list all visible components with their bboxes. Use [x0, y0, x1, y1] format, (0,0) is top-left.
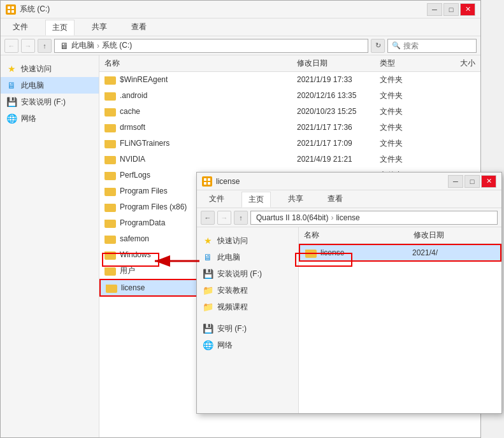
col-header-type[interactable]: 类型: [380, 58, 431, 69]
second-back-button[interactable]: ←: [201, 211, 215, 225]
second-tab-share[interactable]: 共享: [281, 191, 310, 207]
tab-file[interactable]: 文件: [6, 19, 35, 35]
second-sidebar-quickaccess[interactable]: ★ 快速访问: [197, 232, 298, 249]
star-icon: ★: [6, 63, 17, 74]
main-file-row-4[interactable]: FLiNGTrainers 2021/1/17 17:09 文件夹: [99, 136, 480, 152]
second-sidebar-thispc-label: 此电脑: [217, 252, 240, 263]
second-title-bar: license ─ □ ✕: [197, 173, 501, 190]
tab-share[interactable]: 共享: [85, 19, 114, 35]
monitor-icon: 🖥: [6, 80, 17, 91]
file-type-2: 文件夹: [380, 106, 431, 117]
second-sidebar-anzhuangjiaocheng-label: 安装教程: [217, 285, 248, 296]
second-address-path[interactable]: Quartus II 18.0(64bit) › license: [250, 211, 498, 225]
svg-rect-3: [11, 10, 14, 13]
second-window-controls: ─ □ ✕: [448, 175, 496, 188]
second-minimize-button[interactable]: ─: [448, 175, 463, 188]
main-title-bar: 系统 (C:) ─ □ ✕: [1, 1, 480, 18]
address-icon: 🖥: [60, 41, 69, 51]
window-controls: ─ □ ✕: [427, 3, 475, 16]
file-name-cell: .android: [104, 90, 297, 101]
second-up-button[interactable]: ↑: [234, 211, 248, 225]
second-sidebar-drive[interactable]: 💾 安装说明 (F:): [197, 265, 298, 282]
file-name-cell: drmsoft: [104, 122, 297, 133]
second-forward-button[interactable]: →: [217, 211, 231, 225]
folder-icon-7: [104, 185, 116, 197]
file-date-4: 2021/1/17 17:09: [297, 139, 380, 148]
folder-icon-9: [104, 217, 116, 229]
second-col-header-name[interactable]: 名称: [304, 230, 414, 241]
second-tab-file[interactable]: 文件: [202, 191, 231, 207]
sidebar-item-thispc[interactable]: 🖥 此电脑: [1, 77, 99, 94]
sidebar-item-drive-f[interactable]: 💾 安装说明 (F:): [1, 94, 99, 110]
minimize-button[interactable]: ─: [427, 3, 442, 16]
sidebar-drive-label: 安装说明 (F:): [21, 97, 66, 108]
folder-icon-11: [104, 249, 116, 260]
folder-icon-1: [104, 90, 116, 101]
folder-icon-3: [104, 122, 116, 133]
col-header-size[interactable]: 大小: [431, 58, 475, 69]
folder-icon-5: [104, 153, 116, 165]
svg-rect-2: [8, 10, 10, 13]
main-file-row-2[interactable]: cache 2020/10/23 15:25 文件夹: [99, 104, 480, 120]
file-type-5: 文件夹: [380, 154, 431, 165]
second-sidebar-anming[interactable]: 💾 安明 (F:): [197, 320, 298, 337]
second-sidebar-thispc[interactable]: 🖥 此电脑: [197, 249, 298, 265]
network-icon: 🌐: [6, 113, 17, 124]
file-name-9: ProgramData: [120, 218, 165, 227]
address-path[interactable]: 🖥 此电脑 › 系统 (C:): [54, 39, 368, 53]
second-tab-home[interactable]: 主页: [241, 192, 271, 208]
col-header-name[interactable]: 名称: [104, 58, 297, 69]
file-name-13: license: [121, 283, 145, 292]
close-button[interactable]: ✕: [460, 3, 475, 16]
col-header-date[interactable]: 修改日期: [297, 58, 380, 69]
file-name-1: .android: [120, 91, 147, 100]
second-file-list-header: 名称 修改日期: [299, 227, 501, 244]
file-name-cell: NVIDIA: [104, 153, 297, 165]
sidebar-separator: [197, 315, 298, 320]
path-computer: 此电脑: [71, 40, 94, 51]
red-arrow: [152, 253, 203, 269]
sidebar-item-network[interactable]: 🌐 网络: [1, 110, 99, 127]
forward-button[interactable]: →: [21, 39, 35, 53]
search-input[interactable]: [403, 41, 472, 50]
second-sidebar-network-label: 网络: [217, 340, 233, 351]
file-name-cell: cache: [104, 106, 297, 117]
search-box[interactable]: 🔍: [387, 39, 477, 53]
file-name-10: safemon: [120, 234, 149, 243]
maximize-button[interactable]: □: [443, 3, 459, 16]
second-sidebar-anzhuangjiaocheng[interactable]: 📁 安装教程: [197, 282, 298, 299]
back-button[interactable]: ←: [4, 39, 18, 53]
folder-icon-10: [104, 233, 116, 244]
file-name-2: cache: [120, 107, 140, 116]
file-name-5: NVIDIA: [120, 155, 145, 164]
main-file-row-3[interactable]: drmsoft 2021/1/17 17:36 文件夹: [99, 120, 480, 136]
tab-home[interactable]: 主页: [45, 20, 75, 36]
sidebar-quickaccess-label: 快速访问: [21, 64, 52, 74]
second-col-header-date[interactable]: 修改日期: [414, 230, 496, 241]
up-button[interactable]: ↑: [38, 39, 52, 53]
second-tab-view[interactable]: 查看: [320, 191, 350, 207]
second-file-row-license[interactable]: license 2021/4/: [299, 244, 501, 262]
second-sidebar: ★ 快速访问 🖥 此电脑 💾 安装说明 (F:) 📁 安装教程 📁 视频课程: [197, 227, 299, 413]
file-name-11: Windows: [120, 250, 151, 259]
file-date-5: 2021/4/19 21:21: [297, 155, 380, 164]
second-window-icon: [202, 176, 212, 187]
folder-icon-8: [104, 201, 116, 213]
second-license-name-cell: license: [305, 247, 412, 258]
main-file-row-0[interactable]: $WinREAgent 2021/1/19 17:33 文件夹: [99, 72, 480, 88]
file-type-0: 文件夹: [380, 74, 431, 85]
second-path-current: license: [336, 213, 359, 222]
file-date-0: 2021/1/19 17:33: [297, 75, 380, 84]
second-close-button[interactable]: ✕: [481, 175, 496, 188]
main-file-row-5[interactable]: NVIDIA 2021/4/19 21:21 文件夹: [99, 152, 480, 167]
second-star-icon: ★: [202, 235, 213, 246]
second-sidebar-shipinkecheng[interactable]: 📁 视频课程: [197, 299, 298, 315]
svg-rect-4: [204, 178, 206, 181]
second-sidebar-network[interactable]: 🌐 网络: [197, 337, 298, 353]
sidebar-item-quickaccess[interactable]: ★ 快速访问: [1, 60, 99, 77]
second-maximize-button[interactable]: □: [464, 175, 480, 188]
svg-rect-7: [208, 182, 210, 185]
refresh-button[interactable]: ↻: [371, 39, 385, 53]
tab-view[interactable]: 查看: [124, 19, 154, 35]
main-file-row-1[interactable]: .android 2020/12/16 13:35 文件夹: [99, 88, 480, 104]
